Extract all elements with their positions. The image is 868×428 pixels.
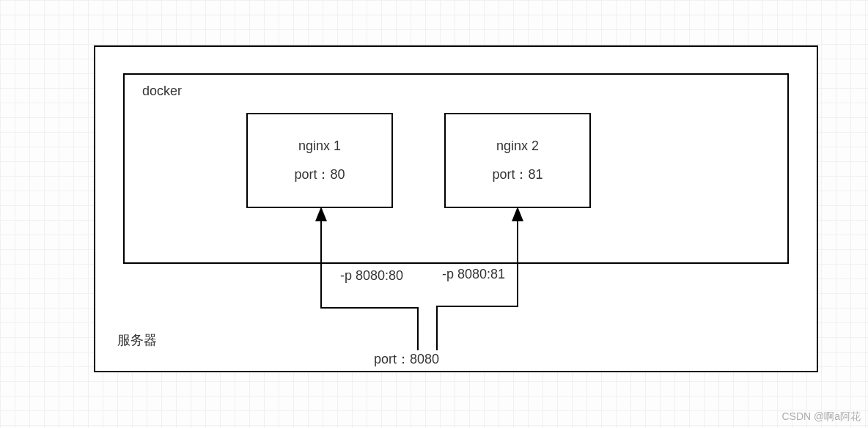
port-mapping-diagram: nginx 1 port：80 nginx 2 port：81 docker 服… bbox=[0, 0, 868, 428]
watermark: CSDN @啊a阿花 bbox=[781, 410, 861, 424]
nginx1-box: nginx 1 port：80 bbox=[246, 113, 393, 208]
server-port-label: port：8080 bbox=[374, 350, 439, 368]
nginx2-mapping-label: -p 8080:81 bbox=[442, 267, 505, 282]
nginx1-port: port：80 bbox=[294, 166, 345, 183]
nginx1-mapping-label: -p 8080:80 bbox=[340, 268, 403, 284]
docker-label: docker bbox=[142, 84, 182, 99]
nginx1-title: nginx 1 bbox=[298, 139, 341, 154]
nginx2-port: port：81 bbox=[492, 166, 542, 183]
nginx2-box: nginx 2 port：81 bbox=[444, 113, 591, 208]
server-label: 服务器 bbox=[117, 331, 157, 349]
nginx2-title: nginx 2 bbox=[496, 139, 539, 154]
